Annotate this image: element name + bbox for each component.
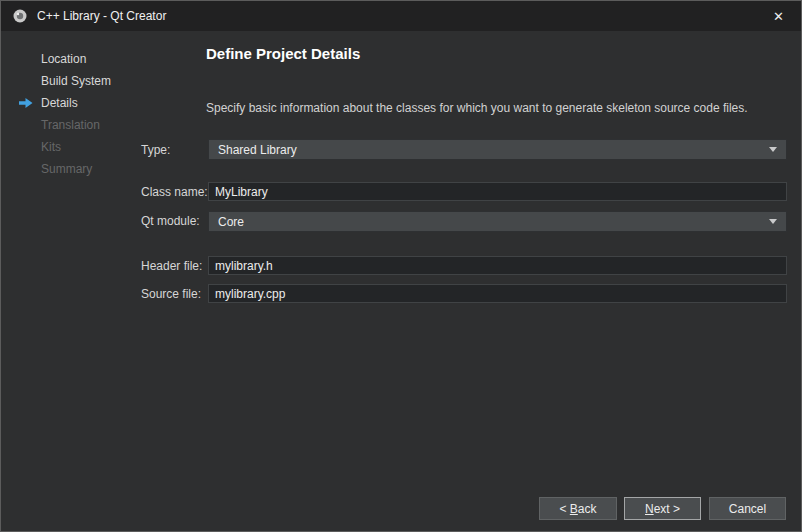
arrow-slot: [19, 140, 41, 154]
step-summary: Summary: [19, 158, 194, 180]
arrow-slot: [19, 52, 41, 66]
next-button[interactable]: Next >: [624, 497, 701, 520]
step-label: Details: [41, 96, 78, 110]
arrow-slot: [19, 118, 41, 132]
chevron-down-icon: [769, 219, 777, 224]
header-file-input[interactable]: [208, 256, 787, 275]
arrow-slot: [19, 74, 41, 88]
back-button-text: <: [559, 502, 569, 516]
window-title: C++ Library - Qt Creator: [37, 9, 166, 23]
chevron-down-icon: [769, 147, 777, 152]
step-location: Location: [19, 48, 194, 70]
step-build-system: Build System: [19, 70, 194, 92]
back-button-text: ack: [578, 502, 597, 516]
cancel-button[interactable]: Cancel: [709, 497, 786, 520]
current-step-arrow-icon: [19, 96, 41, 110]
qt-module-label: Qt module:: [141, 214, 200, 228]
type-combobox[interactable]: Shared Library: [208, 139, 787, 160]
source-file-label: Source file:: [141, 287, 201, 301]
class-name-label: Class name:: [141, 185, 208, 199]
next-button-text: ext >: [654, 502, 680, 516]
step-translation: Translation: [19, 114, 194, 136]
step-details: Details: [19, 92, 194, 114]
step-label: Location: [41, 52, 86, 66]
type-combobox-value: Shared Library: [218, 143, 297, 157]
back-button-mnemonic: B: [570, 502, 578, 516]
next-button-mnemonic: N: [645, 502, 654, 516]
header-file-label: Header file:: [141, 259, 202, 273]
source-file-input[interactable]: [208, 284, 787, 303]
titlebar[interactable]: C++ Library - Qt Creator ✕: [1, 1, 801, 31]
step-label: Translation: [41, 118, 100, 132]
wizard-steps: Location Build System Details Translatio…: [19, 48, 194, 180]
qt-module-combobox[interactable]: Core: [208, 211, 787, 232]
step-label: Summary: [41, 162, 92, 176]
step-label: Kits: [41, 140, 61, 154]
type-label: Type:: [141, 143, 170, 157]
close-icon[interactable]: ✕: [756, 1, 801, 31]
page-title: Define Project Details: [206, 45, 360, 62]
class-name-input[interactable]: [208, 182, 787, 201]
cpp-library-wizard-window: C++ Library - Qt Creator ✕ Location Buil…: [0, 0, 802, 532]
arrow-slot: [19, 162, 41, 176]
page-description: Specify basic information about the clas…: [206, 101, 748, 115]
back-button[interactable]: < Back: [539, 497, 617, 520]
qt-creator-app-icon: [12, 8, 28, 24]
step-label: Build System: [41, 74, 111, 88]
qt-module-combobox-value: Core: [218, 215, 244, 229]
